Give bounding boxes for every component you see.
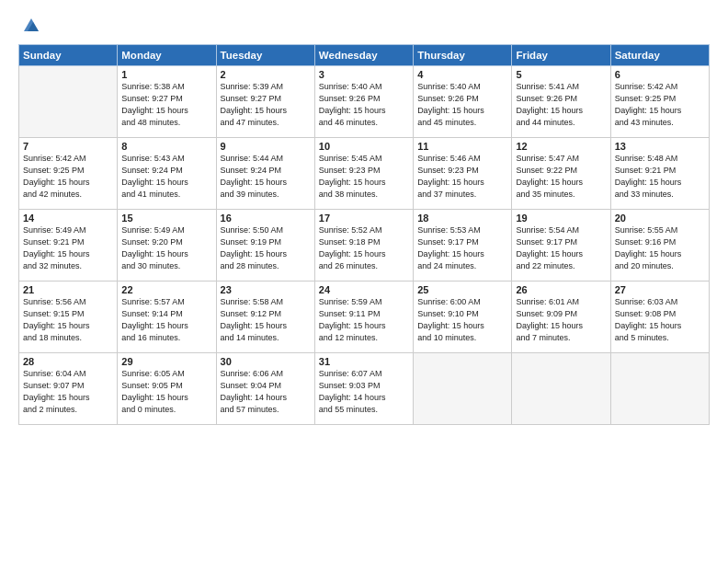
day-number: 24 bbox=[319, 284, 409, 295]
day-number: 7 bbox=[23, 141, 113, 152]
col-header-sunday: Sunday bbox=[19, 45, 118, 66]
col-header-saturday: Saturday bbox=[610, 45, 709, 66]
day-info: Sunrise: 5:42 AMSunset: 9:25 PMDaylight:… bbox=[615, 81, 705, 129]
day-info: Sunrise: 6:03 AMSunset: 9:08 PMDaylight:… bbox=[615, 296, 705, 344]
week-row-4: 21Sunrise: 5:56 AMSunset: 9:15 PMDayligh… bbox=[19, 282, 710, 353]
day-cell: 15Sunrise: 5:49 AMSunset: 9:20 PMDayligh… bbox=[118, 210, 216, 282]
day-info: Sunrise: 5:52 AMSunset: 9:18 PMDaylight:… bbox=[319, 224, 409, 272]
day-number: 6 bbox=[615, 69, 705, 80]
day-number: 1 bbox=[121, 69, 211, 80]
day-number: 30 bbox=[221, 356, 311, 367]
day-info: Sunrise: 5:50 AMSunset: 9:19 PMDaylight:… bbox=[221, 224, 311, 272]
day-cell: 19Sunrise: 5:54 AMSunset: 9:17 PMDayligh… bbox=[512, 210, 610, 282]
day-cell: 21Sunrise: 5:56 AMSunset: 9:15 PMDayligh… bbox=[19, 282, 118, 353]
week-row-3: 14Sunrise: 5:49 AMSunset: 9:21 PMDayligh… bbox=[19, 210, 710, 282]
day-number: 12 bbox=[516, 141, 606, 152]
day-cell: 13Sunrise: 5:48 AMSunset: 9:21 PMDayligh… bbox=[610, 138, 709, 210]
day-info: Sunrise: 5:53 AMSunset: 9:17 PMDaylight:… bbox=[417, 224, 507, 272]
day-info: Sunrise: 5:47 AMSunset: 9:22 PMDaylight:… bbox=[516, 153, 606, 201]
day-number: 19 bbox=[516, 213, 606, 224]
day-number: 13 bbox=[615, 141, 705, 152]
day-info: Sunrise: 5:56 AMSunset: 9:15 PMDaylight:… bbox=[23, 296, 113, 344]
day-number: 22 bbox=[121, 284, 211, 295]
day-info: Sunrise: 5:40 AMSunset: 9:26 PMDaylight:… bbox=[417, 81, 507, 129]
day-number: 5 bbox=[516, 69, 606, 80]
day-cell: 22Sunrise: 5:57 AMSunset: 9:14 PMDayligh… bbox=[118, 282, 216, 353]
day-info: Sunrise: 6:04 AMSunset: 9:07 PMDaylight:… bbox=[23, 368, 113, 416]
day-info: Sunrise: 5:38 AMSunset: 9:27 PMDaylight:… bbox=[121, 81, 211, 129]
day-info: Sunrise: 5:43 AMSunset: 9:24 PMDaylight:… bbox=[121, 153, 211, 201]
col-header-monday: Monday bbox=[118, 45, 216, 66]
day-number: 23 bbox=[221, 284, 311, 295]
day-cell: 17Sunrise: 5:52 AMSunset: 9:18 PMDayligh… bbox=[314, 210, 413, 282]
day-number: 26 bbox=[516, 284, 606, 295]
day-info: Sunrise: 5:49 AMSunset: 9:21 PMDaylight:… bbox=[23, 224, 113, 272]
day-cell: 28Sunrise: 6:04 AMSunset: 9:07 PMDayligh… bbox=[19, 353, 118, 425]
day-cell: 25Sunrise: 6:00 AMSunset: 9:10 PMDayligh… bbox=[414, 282, 512, 353]
day-info: Sunrise: 5:48 AMSunset: 9:21 PMDaylight:… bbox=[615, 153, 705, 201]
day-number: 20 bbox=[615, 213, 705, 224]
day-info: Sunrise: 5:49 AMSunset: 9:20 PMDaylight:… bbox=[121, 224, 211, 272]
day-cell: 5Sunrise: 5:41 AMSunset: 9:26 PMDaylight… bbox=[512, 66, 610, 138]
day-info: Sunrise: 6:05 AMSunset: 9:05 PMDaylight:… bbox=[121, 368, 211, 416]
day-cell: 10Sunrise: 5:45 AMSunset: 9:23 PMDayligh… bbox=[314, 138, 413, 210]
day-info: Sunrise: 6:00 AMSunset: 9:10 PMDaylight:… bbox=[417, 296, 507, 344]
day-cell: 16Sunrise: 5:50 AMSunset: 9:19 PMDayligh… bbox=[216, 210, 314, 282]
logo-icon bbox=[20, 15, 40, 35]
day-cell bbox=[610, 353, 709, 425]
day-cell: 30Sunrise: 6:06 AMSunset: 9:04 PMDayligh… bbox=[216, 353, 314, 425]
day-cell: 18Sunrise: 5:53 AMSunset: 9:17 PMDayligh… bbox=[414, 210, 512, 282]
day-number: 27 bbox=[615, 284, 705, 295]
day-info: Sunrise: 5:54 AMSunset: 9:17 PMDaylight:… bbox=[516, 224, 606, 272]
day-info: Sunrise: 5:58 AMSunset: 9:12 PMDaylight:… bbox=[221, 296, 311, 344]
day-cell: 2Sunrise: 5:39 AMSunset: 9:27 PMDaylight… bbox=[216, 66, 314, 138]
day-cell: 14Sunrise: 5:49 AMSunset: 9:21 PMDayligh… bbox=[19, 210, 118, 282]
day-number: 16 bbox=[221, 213, 311, 224]
day-cell: 24Sunrise: 5:59 AMSunset: 9:11 PMDayligh… bbox=[314, 282, 413, 353]
day-cell: 31Sunrise: 6:07 AMSunset: 9:03 PMDayligh… bbox=[314, 353, 413, 425]
day-cell: 7Sunrise: 5:42 AMSunset: 9:25 PMDaylight… bbox=[19, 138, 118, 210]
day-number: 17 bbox=[319, 213, 409, 224]
day-number: 29 bbox=[121, 356, 211, 367]
day-info: Sunrise: 6:07 AMSunset: 9:03 PMDaylight:… bbox=[319, 368, 409, 416]
day-number: 25 bbox=[417, 284, 507, 295]
day-cell: 6Sunrise: 5:42 AMSunset: 9:25 PMDaylight… bbox=[610, 66, 709, 138]
calendar-table: SundayMondayTuesdayWednesdayThursdayFrid… bbox=[18, 44, 710, 425]
day-info: Sunrise: 5:42 AMSunset: 9:25 PMDaylight:… bbox=[23, 153, 113, 201]
day-cell: 4Sunrise: 5:40 AMSunset: 9:26 PMDaylight… bbox=[414, 66, 512, 138]
day-cell: 9Sunrise: 5:44 AMSunset: 9:24 PMDaylight… bbox=[216, 138, 314, 210]
day-number: 18 bbox=[417, 213, 507, 224]
day-cell: 3Sunrise: 5:40 AMSunset: 9:26 PMDaylight… bbox=[314, 66, 413, 138]
logo bbox=[18, 15, 40, 35]
day-info: Sunrise: 5:57 AMSunset: 9:14 PMDaylight:… bbox=[121, 296, 211, 344]
day-info: Sunrise: 5:41 AMSunset: 9:26 PMDaylight:… bbox=[516, 81, 606, 129]
calendar-header-row: SundayMondayTuesdayWednesdayThursdayFrid… bbox=[19, 45, 710, 66]
day-info: Sunrise: 6:06 AMSunset: 9:04 PMDaylight:… bbox=[221, 368, 311, 416]
page: SundayMondayTuesdayWednesdayThursdayFrid… bbox=[0, 0, 728, 563]
day-cell: 29Sunrise: 6:05 AMSunset: 9:05 PMDayligh… bbox=[118, 353, 216, 425]
day-number: 3 bbox=[319, 69, 409, 80]
day-info: Sunrise: 5:55 AMSunset: 9:16 PMDaylight:… bbox=[615, 224, 705, 272]
day-cell: 11Sunrise: 5:46 AMSunset: 9:23 PMDayligh… bbox=[414, 138, 512, 210]
day-number: 8 bbox=[121, 141, 211, 152]
day-cell: 27Sunrise: 6:03 AMSunset: 9:08 PMDayligh… bbox=[610, 282, 709, 353]
week-row-1: 1Sunrise: 5:38 AMSunset: 9:27 PMDaylight… bbox=[19, 66, 710, 138]
header bbox=[18, 15, 710, 35]
day-cell: 20Sunrise: 5:55 AMSunset: 9:16 PMDayligh… bbox=[610, 210, 709, 282]
day-info: Sunrise: 5:46 AMSunset: 9:23 PMDaylight:… bbox=[417, 153, 507, 201]
day-cell: 23Sunrise: 5:58 AMSunset: 9:12 PMDayligh… bbox=[216, 282, 314, 353]
day-number: 9 bbox=[221, 141, 311, 152]
day-number: 14 bbox=[23, 213, 113, 224]
day-cell bbox=[414, 353, 512, 425]
day-info: Sunrise: 5:39 AMSunset: 9:27 PMDaylight:… bbox=[221, 81, 311, 129]
day-number: 21 bbox=[23, 284, 113, 295]
col-header-thursday: Thursday bbox=[414, 45, 512, 66]
day-cell bbox=[19, 66, 118, 138]
col-header-tuesday: Tuesday bbox=[216, 45, 314, 66]
day-info: Sunrise: 5:45 AMSunset: 9:23 PMDaylight:… bbox=[319, 153, 409, 201]
day-cell: 26Sunrise: 6:01 AMSunset: 9:09 PMDayligh… bbox=[512, 282, 610, 353]
col-header-wednesday: Wednesday bbox=[314, 45, 413, 66]
day-info: Sunrise: 5:59 AMSunset: 9:11 PMDaylight:… bbox=[319, 296, 409, 344]
day-number: 31 bbox=[319, 356, 409, 367]
week-row-2: 7Sunrise: 5:42 AMSunset: 9:25 PMDaylight… bbox=[19, 138, 710, 210]
